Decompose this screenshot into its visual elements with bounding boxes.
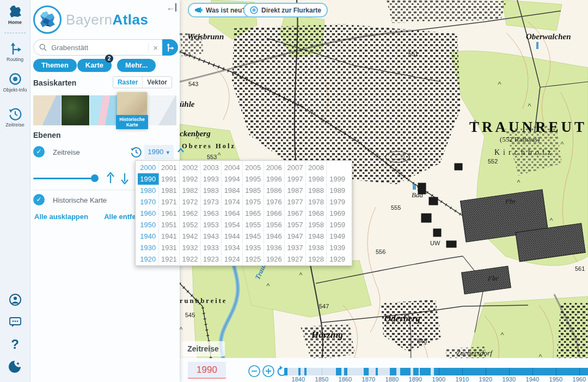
year-cell-2006[interactable]: 2006	[264, 162, 285, 173]
year-cell-1964[interactable]: 1964	[222, 208, 243, 219]
help-button[interactable]: ?	[0, 337, 30, 352]
year-cell-1994[interactable]: 1994	[222, 173, 243, 185]
search-routing-button[interactable]	[162, 39, 178, 56]
year-cell-1932[interactable]: 1932	[180, 242, 201, 253]
year-cell-1956[interactable]: 1956	[264, 219, 285, 231]
basemap-thumb-topo[interactable]	[90, 95, 118, 125]
year-cell-1989[interactable]: 1989	[327, 185, 348, 196]
year-cell-1998[interactable]: 1998	[306, 173, 327, 185]
layer-history-icon[interactable]	[130, 146, 142, 158]
year-cell-1952[interactable]: 1952	[180, 219, 201, 231]
year-cell-1958[interactable]: 1958	[306, 219, 327, 231]
year-cell-2005[interactable]: 2005	[243, 162, 264, 173]
year-cell-1957[interactable]: 1957	[285, 219, 306, 231]
year-cell-1934[interactable]: 1934	[222, 242, 243, 253]
year-cell-1980[interactable]: 1980	[138, 185, 159, 196]
timeline-zoom-in-button[interactable]	[262, 365, 275, 378]
year-cell-1927[interactable]: 1927	[285, 253, 306, 265]
year-cell-1978[interactable]: 1978	[306, 196, 327, 208]
year-cell-1920[interactable]: 1920	[138, 253, 159, 265]
year-cell-1921[interactable]: 1921	[159, 253, 180, 265]
year-cell-2004[interactable]: 2004	[222, 162, 243, 173]
search-clear-icon[interactable]: ×	[148, 43, 162, 52]
year-cell-1967[interactable]: 1967	[285, 208, 306, 219]
year-cell-1959[interactable]: 1959	[327, 219, 348, 231]
dark-mode-button[interactable]	[0, 360, 30, 374]
year-cell-1985[interactable]: 1985	[243, 185, 264, 196]
year-cell-1992[interactable]: 1992	[180, 173, 201, 185]
whats-new-button[interactable]: Was ist neu?	[188, 3, 253, 17]
year-cell-1930[interactable]: 1930	[138, 242, 159, 253]
search-input[interactable]	[50, 43, 148, 52]
year-cell-1950[interactable]: 1950	[138, 219, 159, 231]
tab-mehr[interactable]: Mehr...	[117, 59, 156, 72]
year-cell-1965[interactable]: 1965	[243, 208, 264, 219]
year-cell-1961[interactable]: 1961	[159, 208, 180, 219]
year-cell-1990[interactable]: 1990	[138, 173, 159, 185]
timeline-bar[interactable]	[284, 368, 588, 375]
year-cell-1996[interactable]: 1996	[264, 173, 285, 185]
basemap-thumb-historisch[interactable]: Historische Karte	[117, 92, 147, 128]
year-cell-1938[interactable]: 1938	[306, 242, 327, 253]
year-cell-1981[interactable]: 1981	[159, 185, 180, 196]
year-cell-1953[interactable]: 1953	[201, 219, 222, 231]
year-cell-1993[interactable]: 1993	[201, 173, 222, 185]
year-cell-1945[interactable]: 1945	[243, 231, 264, 242]
year-cell-1963[interactable]: 1963	[201, 208, 222, 219]
year-cell-1991[interactable]: 1991	[159, 173, 180, 185]
year-cell-1928[interactable]: 1928	[306, 253, 327, 265]
year-cell-1987[interactable]: 1987	[285, 185, 306, 196]
year-cell-2007[interactable]: 2007	[285, 162, 306, 173]
expand-all-link[interactable]: Alle ausklappen	[34, 213, 88, 221]
year-cell-1923[interactable]: 1923	[201, 253, 222, 265]
year-cell-1979[interactable]: 1979	[327, 196, 348, 208]
year-cell-1962[interactable]: 1962	[180, 208, 201, 219]
sidebar-item-home[interactable]: Home	[0, 4, 30, 25]
year-cell-1924[interactable]: 1924	[222, 253, 243, 265]
basemap-thumb-light[interactable]	[149, 95, 176, 125]
year-cell-1936[interactable]: 1936	[264, 242, 285, 253]
year-cell-1943[interactable]: 1943	[201, 231, 222, 242]
year-cell-1939[interactable]: 1939	[327, 242, 348, 253]
year-dropdown[interactable]: 1990 ▼	[144, 145, 174, 159]
year-cell-2002[interactable]: 2002	[180, 162, 201, 173]
year-cell-2008[interactable]: 2008	[306, 162, 327, 173]
year-cell-1969[interactable]: 1969	[327, 208, 348, 219]
year-cell-1984[interactable]: 1984	[222, 185, 243, 196]
timeline-zoom-out-button[interactable]	[248, 365, 261, 378]
year-cell-1999[interactable]: 1999	[327, 173, 348, 185]
year-cell-1960[interactable]: 1960	[138, 208, 159, 219]
historische-karte-checkbox[interactable]: ✓	[33, 194, 45, 205]
collapse-panel-icon[interactable]: ←	[167, 3, 176, 11]
year-cell-1949[interactable]: 1949	[327, 231, 348, 242]
basemap-thumb-standard[interactable]	[33, 95, 61, 125]
year-cell-1974[interactable]: 1974	[222, 196, 243, 208]
flurkarte-button[interactable]: Direkt zur Flurkarte	[243, 3, 328, 17]
year-cell-2003[interactable]: 2003	[201, 162, 222, 173]
sidebar-item-zeitreise[interactable]: Zeitreise	[0, 107, 30, 128]
year-cell-1947[interactable]: 1947	[285, 231, 306, 242]
year-cell-1946[interactable]: 1946	[264, 231, 285, 242]
feedback-button[interactable]	[0, 316, 30, 328]
sidebar-item-routing[interactable]: Routing	[0, 41, 30, 62]
vektor-option[interactable]: Vektor	[142, 77, 171, 88]
year-cell-1995[interactable]: 1995	[243, 173, 264, 185]
year-cell-1972[interactable]: 1972	[180, 196, 201, 208]
year-cell-1922[interactable]: 1922	[180, 253, 201, 265]
year-cell-1986[interactable]: 1986	[264, 185, 285, 196]
year-cell-1988[interactable]: 1988	[306, 185, 327, 196]
year-cell-1948[interactable]: 1948	[306, 231, 327, 242]
year-cell-1966[interactable]: 1966	[264, 208, 285, 219]
year-cell-1970[interactable]: 1970	[138, 196, 159, 208]
year-cell-1982[interactable]: 1982	[180, 185, 201, 196]
basemap-thumb-aerial[interactable]	[62, 95, 89, 125]
year-cell-1933[interactable]: 1933	[201, 242, 222, 253]
year-cell-1940[interactable]: 1940	[138, 231, 159, 242]
opacity-slider-track[interactable]	[33, 178, 95, 179]
year-cell-1976[interactable]: 1976	[264, 196, 285, 208]
year-cell-1942[interactable]: 1942	[180, 231, 201, 242]
year-cell-1973[interactable]: 1973	[201, 196, 222, 208]
account-button[interactable]	[0, 293, 30, 306]
year-cell-1983[interactable]: 1983	[201, 185, 222, 196]
year-cell-1944[interactable]: 1944	[222, 231, 243, 242]
